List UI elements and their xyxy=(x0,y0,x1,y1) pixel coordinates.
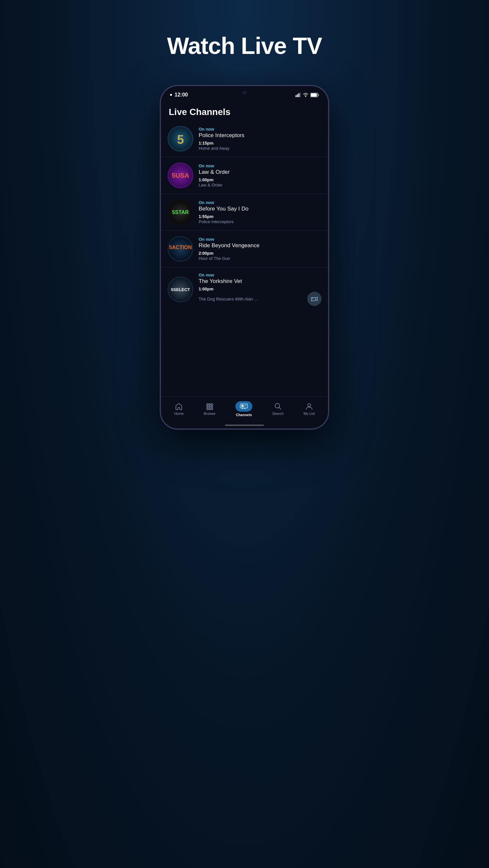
home-icon xyxy=(175,402,183,410)
nav-item-browse[interactable]: Browse xyxy=(200,401,220,417)
bottom-nav: Home Browse xyxy=(161,396,328,425)
svg-rect-32 xyxy=(244,406,246,407)
signal-icon xyxy=(295,93,301,97)
svg-text:5SELECT: 5SELECT xyxy=(171,287,190,292)
svg-rect-30 xyxy=(241,405,243,407)
on-now-label-5action: On now xyxy=(199,237,321,242)
channel-logo-5usa: 5USA xyxy=(168,162,194,188)
next-show-5action: Hour of The Gun xyxy=(199,256,321,261)
channel-item-5usa[interactable]: 5USA On now Law & Order 1:00pm Law & Ord… xyxy=(161,157,328,194)
on-now-label-5star: On now xyxy=(199,200,321,205)
channel-info-ch5: On now Police Interceptors 1:15pm Home a… xyxy=(199,127,321,151)
channel-item-5select[interactable]: 5SELECT On now The Yorkshire Vet 1:00pm … xyxy=(161,267,328,311)
svg-rect-7 xyxy=(311,93,317,96)
battery-icon xyxy=(311,93,319,97)
svg-line-34 xyxy=(279,408,281,410)
svg-text:5STAR: 5STAR xyxy=(172,210,189,215)
svg-rect-31 xyxy=(244,405,247,406)
nav-item-channels[interactable]: Channels xyxy=(231,400,256,418)
current-show-5star: Before You Say I Do xyxy=(199,206,321,212)
svg-rect-3 xyxy=(300,93,301,97)
next-show-5select: The Dog Rescuers With Alan ... xyxy=(199,297,307,302)
channels-icon-bg xyxy=(235,401,252,411)
current-show-5action: Ride Beyond Vengeance xyxy=(199,242,321,249)
svg-rect-6 xyxy=(318,94,319,96)
nav-label-home: Home xyxy=(174,411,184,415)
channels-icon xyxy=(240,402,248,410)
next-time-5usa: 1:00pm xyxy=(199,177,321,182)
screen-title: Live Channels xyxy=(169,107,320,117)
svg-point-4 xyxy=(305,96,306,97)
svg-point-24 xyxy=(209,406,210,408)
nav-label-search: Search xyxy=(272,411,284,415)
channels-list[interactable]: 5 On now Police Interceptors 1:15pm Home… xyxy=(161,121,328,396)
svg-rect-1 xyxy=(297,94,298,97)
status-icons xyxy=(295,93,319,97)
nav-label-channels: Channels xyxy=(236,413,252,417)
channel-item-5action[interactable]: 5ACTION On now Ride Beyond Vengeance 2:0… xyxy=(161,230,328,267)
next-time-ch5: 1:15pm xyxy=(199,141,321,146)
svg-point-22 xyxy=(211,404,213,405)
channel-info-5usa: On now Law & Order 1:00pm Law & Order xyxy=(199,163,321,187)
next-time-5star: 1:55pm xyxy=(199,214,321,219)
next-time-5select: 1:00pm xyxy=(199,286,321,291)
status-dot xyxy=(170,94,172,96)
on-now-label-5select: On now xyxy=(199,273,321,277)
next-show-ch5: Home and Away xyxy=(199,146,321,151)
on-now-label-ch5: On now xyxy=(199,127,321,131)
screen-content: Live Channels xyxy=(161,100,328,396)
channel-info-5star: On now Before You Say I Do 1:55pm Police… xyxy=(199,200,321,224)
nav-item-search[interactable]: Search xyxy=(268,401,287,417)
status-left: 12:00 xyxy=(170,92,188,98)
channel-item-ch5[interactable]: 5 On now Police Interceptors 1:15pm Home… xyxy=(161,121,328,157)
svg-rect-29 xyxy=(240,404,248,408)
nav-item-home[interactable]: Home xyxy=(170,401,188,417)
on-now-label-5usa: On now xyxy=(199,163,321,168)
phone-screen: 12:00 xyxy=(161,86,328,429)
channel-logo-5star: 5STAR xyxy=(168,199,194,225)
svg-point-25 xyxy=(211,406,213,408)
svg-point-23 xyxy=(206,406,208,408)
next-show-5star: Police Interceptors xyxy=(199,219,321,224)
phone-frame: 12:00 xyxy=(160,85,329,430)
nav-item-mylist[interactable]: My List xyxy=(300,401,319,417)
next-show-5usa: Law & Order xyxy=(199,183,321,187)
svg-point-35 xyxy=(308,404,311,407)
cast-button[interactable] xyxy=(307,292,321,306)
wifi-icon xyxy=(303,93,309,97)
mylist-icon xyxy=(305,402,313,410)
svg-point-21 xyxy=(209,404,210,405)
svg-point-20 xyxy=(206,404,208,405)
status-time: 12:00 xyxy=(175,92,188,98)
channel-logo-5select: 5SELECT xyxy=(168,276,194,303)
camera-notch xyxy=(242,91,247,95)
current-show-5usa: Law & Order xyxy=(199,169,321,176)
channel-info-5select: On now The Yorkshire Vet 1:00pm The Dog … xyxy=(199,273,321,306)
page-title: Watch Live TV xyxy=(167,32,322,59)
next-time-5action: 2:00pm xyxy=(199,251,321,256)
svg-point-27 xyxy=(209,408,210,410)
svg-text:5USA: 5USA xyxy=(172,172,189,179)
current-show-5select: The Yorkshire Vet xyxy=(199,278,321,285)
current-show-ch5: Police Interceptors xyxy=(199,132,321,139)
svg-point-33 xyxy=(275,403,280,408)
channel-logo-ch5: 5 xyxy=(168,126,194,152)
channel-item-5star[interactable]: 5STAR On now Before You Say I Do 1:55pm … xyxy=(161,194,328,230)
svg-text:5ACTION: 5ACTION xyxy=(169,245,192,250)
svg-rect-0 xyxy=(295,95,296,97)
screen-header: Live Channels xyxy=(161,100,328,121)
nav-label-mylist: My List xyxy=(304,411,315,415)
svg-rect-2 xyxy=(298,93,299,97)
svg-text:5: 5 xyxy=(177,133,184,147)
channel-info-5action: On now Ride Beyond Vengeance 2:00pm Hour… xyxy=(199,237,321,261)
channel-logo-5action: 5ACTION xyxy=(168,236,194,262)
svg-point-28 xyxy=(211,408,213,410)
svg-point-26 xyxy=(206,408,208,410)
browse-icon xyxy=(206,402,213,410)
home-indicator xyxy=(225,425,264,426)
nav-label-browse: Browse xyxy=(204,411,215,415)
search-icon xyxy=(274,402,282,410)
